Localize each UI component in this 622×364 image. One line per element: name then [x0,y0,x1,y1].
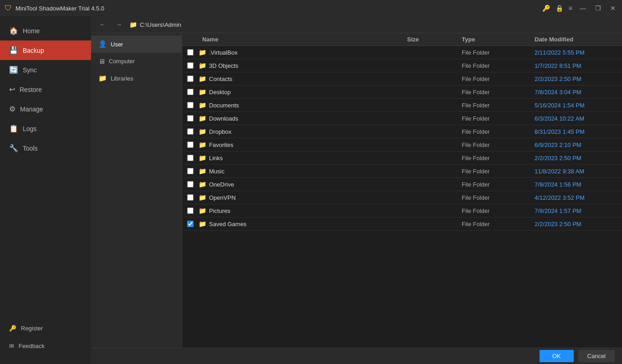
file-browser: 👤 User🖥 Computer📁 Libraries Name Size Ty… [91,33,622,348]
date-cell-2: 2/2/2023 2:50 PM [531,76,622,82]
sidebar-item-backup[interactable]: 💾 Backup [0,40,91,60]
path-text: C:\Users\Admin [140,21,181,28]
minimize-button[interactable]: — [578,5,588,12]
checkbox-cell-12[interactable] [182,207,199,214]
file-checkbox-7[interactable] [187,142,194,148]
sidebar-bottom-label-feedback: Feedback [19,343,45,349]
sidebar-item-manage[interactable]: ⚙ Manage [0,99,91,119]
sidebar-item-logs[interactable]: 📋 Logs [0,119,91,138]
cancel-button[interactable]: Cancel [578,350,615,362]
sidebar-bottom: 🔑 Register✉ Feedback [0,319,91,364]
file-name-2: Contacts [209,76,232,82]
checkbox-cell-9[interactable] [182,168,199,174]
col-name: Name [199,36,403,43]
restore-button[interactable]: ❐ [593,5,603,12]
checkbox-cell-1[interactable] [182,62,199,69]
sidebar-bottom-feedback[interactable]: ✉ Feedback [0,337,91,355]
folder-icon-7: 📁 [199,141,206,148]
file-checkbox-3[interactable] [187,89,194,95]
column-headers: Name Size Type Date Modified [182,33,622,46]
checkbox-cell-2[interactable] [182,76,199,82]
tools-icon: 🔧 [9,144,18,152]
file-name-3: Desktop [209,89,231,96]
type-cell-5: File Folder [458,115,531,122]
file-checkbox-8[interactable] [187,155,194,161]
name-cell-13: 📁 Saved Games [199,220,403,228]
file-checkbox-0[interactable] [187,49,194,56]
title-bar-right: 🔑 🔒 ≡ — ❐ ✕ [542,5,617,12]
title-bar-left: 🛡 MiniTool ShadowMaker Trial 4.5.0 [5,4,104,12]
menu-icon[interactable]: ≡ [569,5,572,12]
checkbox-cell-4[interactable] [182,102,199,108]
table-row: 📁 Contacts File Folder 2/2/2023 2:50 PM [182,72,622,86]
sidebar-bottom-label-register: Register [21,325,43,332]
file-checkbox-6[interactable] [187,128,194,135]
checkbox-cell-0[interactable] [182,49,199,56]
checkbox-cell-5[interactable] [182,115,199,121]
content-area: ← → 📁 C:\Users\Admin 👤 User🖥 Computer📁 L… [91,16,622,364]
sidebar-label-restore: Restore [20,86,42,93]
type-cell-7: File Folder [458,142,531,148]
tree-label-computer: Computer [109,58,135,65]
file-checkbox-9[interactable] [187,168,194,174]
table-row: 📁 OneDrive File Folder 7/9/2024 1:56 PM [182,178,622,191]
name-cell-1: 📁 3D Objects [199,62,403,69]
close-button[interactable]: ✕ [608,5,617,12]
checkbox-cell-11[interactable] [182,194,199,201]
name-cell-8: 📁 Links [199,154,403,162]
main-layout: 🏠 Home💾 Backup🔄 Sync↩ Restore⚙ Manage📋 L… [0,16,622,364]
table-row: 📁 Dropbox File Folder 8/31/2023 1:45 PM [182,125,622,138]
checkbox-cell-3[interactable] [182,89,199,95]
lock-icon[interactable]: 🔒 [556,5,563,12]
folder-icon-1: 📁 [199,62,206,69]
folder-icon-3: 📁 [199,88,206,96]
key-icon[interactable]: 🔑 [542,5,550,12]
table-row: 📁 Favorites File Folder 6/9/2023 2:10 PM [182,138,622,152]
col-type: Type [458,36,531,43]
checkbox-cell-6[interactable] [182,128,199,135]
sidebar-bottom-register[interactable]: 🔑 Register [0,319,91,337]
sidebar-item-home[interactable]: 🏠 Home [0,21,91,40]
table-row: 📁 OpenVPN File Folder 4/12/2022 3:52 PM [182,191,622,204]
file-name-8: Links [209,155,223,162]
tree-item-computer[interactable]: 🖥 Computer [91,53,182,70]
sidebar-label-manage: Manage [20,106,43,113]
file-checkbox-11[interactable] [187,194,194,201]
checkbox-cell-13[interactable] [182,221,199,227]
checkbox-cell-10[interactable] [182,181,199,187]
file-name-5: Downloads [209,115,238,122]
feedback-icon: ✉ [9,343,14,349]
file-checkbox-4[interactable] [187,102,194,108]
tree-item-libraries[interactable]: 📁 Libraries [91,70,182,87]
file-checkbox-13[interactable] [187,221,194,227]
sidebar-item-restore[interactable]: ↩ Restore [0,80,91,99]
file-rows: 📁 .VirtualBox File Folder 2/11/2022 5:55… [182,46,622,348]
name-cell-7: 📁 Favorites [199,141,403,148]
logs-icon: 📋 [9,124,18,133]
file-name-4: Documents [209,102,239,109]
file-checkbox-5[interactable] [187,115,194,121]
checkbox-cell-8[interactable] [182,155,199,161]
date-cell-6: 8/31/2023 1:45 PM [531,128,622,135]
name-cell-5: 📁 Downloads [199,115,403,122]
tree-item-user[interactable]: 👤 User [91,35,182,53]
sidebar-item-sync[interactable]: 🔄 Sync [0,60,91,80]
file-checkbox-1[interactable] [187,62,194,69]
date-cell-5: 6/3/2024 10:22 AM [531,115,622,122]
folder-icon-13: 📁 [199,220,206,228]
file-checkbox-12[interactable] [187,207,194,214]
tree-icon-user: 👤 [98,40,107,48]
date-cell-12: 7/9/2024 1:57 PM [531,207,622,214]
sidebar-item-tools[interactable]: 🔧 Tools [0,138,91,158]
checkbox-cell-7[interactable] [182,142,199,148]
folder-icon-6: 📁 [199,128,206,135]
type-cell-1: File Folder [458,62,531,69]
file-checkbox-10[interactable] [187,181,194,187]
date-cell-11: 4/12/2022 3:52 PM [531,194,622,201]
back-button[interactable]: ← [97,20,108,29]
date-cell-9: 11/8/2022 9:38 AM [531,168,622,175]
ok-button[interactable]: OK [540,350,574,362]
sidebar-label-sync: Sync [23,66,37,74]
file-checkbox-2[interactable] [187,76,194,82]
forward-button[interactable]: → [113,20,125,29]
